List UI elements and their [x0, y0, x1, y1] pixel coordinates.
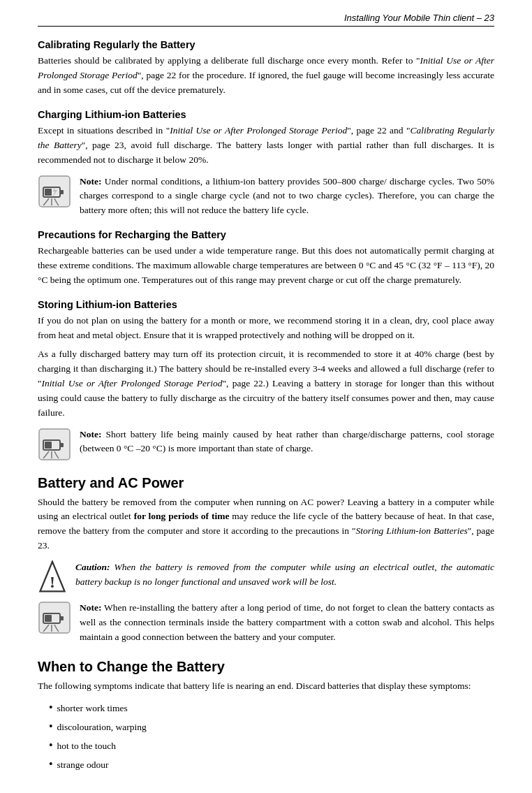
caution-icon: ! [38, 560, 67, 594]
list-item-4: strange odour [49, 755, 494, 773]
note-icon-charging [38, 175, 71, 208]
note-charging: Note: Under normal conditions, a lithium… [38, 175, 494, 219]
list-item-1: shorter work times [49, 698, 494, 717]
para-charging-1: Except in situations described in "Initi… [38, 124, 494, 168]
para-battery-ac-1: Should the battery be removed from the c… [38, 495, 494, 554]
note-text-charging: Note: Under normal conditions, a lithium… [80, 175, 494, 219]
para-precautions-1: Rechargeable batteries can be used under… [38, 244, 494, 288]
list-item-2: discolouration, warping [49, 717, 494, 736]
note-icon-battery-ac [38, 601, 71, 634]
note-icon-storing [38, 428, 71, 461]
heading-when-to-change: When to Change the Battery [38, 659, 494, 675]
svg-rect-13 [45, 615, 52, 622]
heading-charging: Charging Lithium-ion Batteries [38, 109, 494, 120]
heading-battery-ac: Battery and AC Power [38, 475, 494, 491]
heading-storing: Storing Lithium-ion Batteries [38, 299, 494, 310]
para-when-to-change-1: The following symptoms indicate that bat… [38, 679, 494, 694]
svg-rect-12 [60, 616, 64, 620]
caution-battery-ac: ! Caution: When the battery is removed f… [38, 560, 494, 594]
svg-text:!: ! [50, 573, 55, 591]
para-storing-1: If you do not plan on using the battery … [38, 314, 494, 343]
symptoms-list: shorter work times discolouration, warpi… [49, 698, 494, 774]
svg-rect-7 [45, 442, 52, 449]
heading-calibrating: Calibrating Regularly the Battery [38, 39, 494, 50]
note-battery-ac: Note: When re-installing the battery aft… [38, 601, 494, 645]
heading-precautions: Precautions for Recharging the Battery [38, 229, 494, 240]
svg-rect-2 [60, 190, 64, 194]
svg-rect-6 [60, 443, 64, 447]
para-storing-2: As a fully discharged battery may turn o… [38, 347, 494, 421]
svg-rect-3 [45, 189, 52, 196]
header-text: Installing Your Mobile Thin client – 23 [344, 13, 494, 23]
para-calibrating-1: Batteries should be calibrated by applyi… [38, 54, 494, 98]
note-text-storing: Note: Short battery life being mainly ca… [80, 428, 494, 457]
page: Installing Your Mobile Thin client – 23 … [0, 0, 532, 793]
page-header: Installing Your Mobile Thin client – 23 [38, 13, 494, 27]
list-item-3: hot to the touch [49, 736, 494, 755]
note-text-battery-ac: Note: When re-installing the battery aft… [80, 601, 494, 645]
caution-text: Caution: When the battery is removed fro… [75, 560, 494, 590]
note-storing: Note: Short battery life being mainly ca… [38, 428, 494, 461]
